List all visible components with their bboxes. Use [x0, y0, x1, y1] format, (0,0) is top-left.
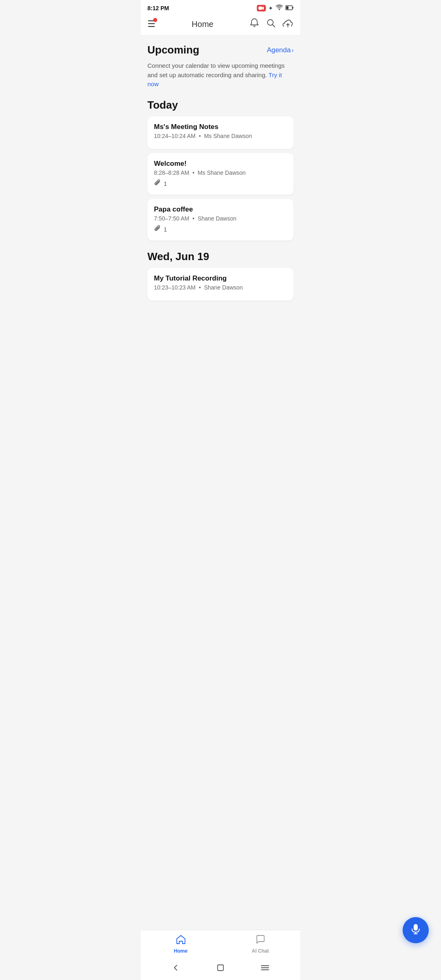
meeting-card-tutorial[interactable]: My Tutorial Recording 10:23–10:23 AM • S…: [147, 268, 294, 301]
meeting-title-2: Welcome!: [154, 160, 287, 168]
wifi-icon: [276, 4, 283, 12]
main-content: Upcoming Agenda › Connect your calendar …: [141, 36, 300, 351]
meeting-meta-1: 10:24–10:24 AM • Ms Shane Dawson: [154, 133, 287, 139]
today-section: Today Ms's Meeting Notes 10:24–10:24 AM …: [147, 99, 294, 241]
upcoming-title: Upcoming: [147, 44, 199, 56]
meeting-time-1: 10:24–10:24 AM: [154, 133, 196, 139]
meeting-meta-3: 7:50–7:50 AM • Shane Dawson: [154, 215, 287, 222]
meeting-badge-2: 1: [154, 179, 287, 188]
upload-button[interactable]: [282, 18, 294, 30]
meeting-host-1: Ms Shane Dawson: [204, 133, 252, 139]
wed-section: Wed, Jun 19 My Tutorial Recording 10:23–…: [147, 250, 294, 301]
meeting-host-3: Shane Dawson: [198, 215, 236, 222]
clip-icon-2: [154, 179, 161, 188]
upcoming-section: Upcoming Agenda › Connect your calendar …: [147, 44, 294, 89]
svg-line-6: [273, 25, 275, 27]
nav-bar: ☰ Home: [141, 15, 300, 36]
meeting-time-3: 7:50–7:50 AM: [154, 215, 189, 222]
meeting-title-3: Papa coffee: [154, 205, 287, 214]
page-title: Home: [156, 20, 249, 29]
meeting-badge-3: 1: [154, 225, 287, 234]
nav-icons: [249, 18, 294, 30]
meeting-time-tutorial: 10:23–10:23 AM: [154, 284, 196, 291]
meeting-title-1: Ms's Meeting Notes: [154, 123, 287, 131]
meeting-host-2: Ms Shane Dawson: [198, 169, 246, 176]
meeting-meta-2: 8:28–8:28 AM • Ms Shane Dawson: [154, 169, 287, 176]
menu-notification-dot: [153, 18, 157, 22]
svg-rect-4: [286, 7, 289, 9]
meeting-title-tutorial: My Tutorial Recording: [154, 274, 287, 283]
bluetooth-icon: ✦: [268, 5, 273, 11]
notification-button[interactable]: [249, 18, 259, 30]
upcoming-header: Upcoming Agenda ›: [147, 44, 294, 56]
chevron-right-icon: ›: [292, 47, 294, 53]
connect-calendar-text: Connect your calendar to view upcoming m…: [147, 61, 294, 89]
svg-rect-0: [258, 7, 262, 10]
meeting-meta-tutorial: 10:23–10:23 AM • Shane Dawson: [154, 284, 287, 291]
badge-count-3: 1: [164, 226, 167, 233]
meeting-card-1[interactable]: Ms's Meeting Notes 10:24–10:24 AM • Ms S…: [147, 116, 294, 149]
try-it-now-link[interactable]: Try it now: [147, 71, 282, 88]
meeting-host-tutorial: Shane Dawson: [204, 284, 243, 291]
nav-left: ☰: [147, 20, 156, 29]
today-title: Today: [147, 99, 294, 111]
clip-icon-3: [154, 225, 161, 234]
status-bar: 8:12 PM ✦: [141, 0, 300, 15]
search-button[interactable]: [266, 18, 276, 30]
badge-count-2: 1: [164, 180, 167, 187]
svg-marker-1: [262, 7, 264, 10]
meeting-card-3[interactable]: Papa coffee 7:50–7:50 AM • Shane Dawson …: [147, 199, 294, 241]
battery-icon: [285, 4, 294, 12]
camera-recording-icon: [257, 5, 266, 11]
status-time: 8:12 PM: [147, 5, 169, 11]
meeting-card-2[interactable]: Welcome! 8:28–8:28 AM • Ms Shane Dawson …: [147, 153, 294, 195]
svg-rect-3: [293, 7, 294, 9]
status-icons: ✦: [257, 4, 294, 12]
agenda-link[interactable]: Agenda ›: [267, 46, 294, 54]
meeting-time-2: 8:28–8:28 AM: [154, 169, 189, 176]
wed-title: Wed, Jun 19: [147, 250, 294, 263]
